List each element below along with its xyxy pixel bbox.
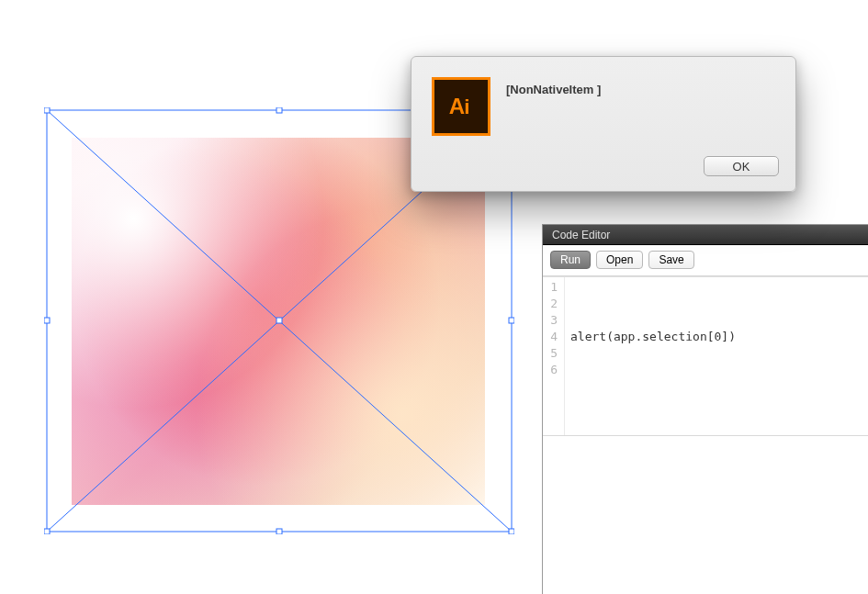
ok-button[interactable]: OK — [704, 156, 779, 176]
alert-dialog: A i [NonNativeItem ] OK — [411, 56, 796, 192]
code-editor-toolbar: Run Open Save — [543, 245, 868, 276]
line-number: 4 — [547, 329, 558, 345]
line-number: 2 — [547, 296, 558, 312]
line-number: 6 — [547, 362, 558, 378]
run-button[interactable]: Run — [550, 251, 591, 269]
code-line[interactable]: alert(app.selection[0]) — [570, 329, 862, 345]
svg-text:i: i — [464, 95, 469, 118]
svg-rect-6 — [44, 318, 50, 323]
svg-rect-4 — [276, 107, 282, 113]
line-number: 1 — [547, 279, 558, 296]
svg-rect-3 — [44, 107, 50, 113]
illustrator-app-icon: A i — [432, 77, 490, 136]
code-line[interactable] — [570, 296, 862, 312]
code-line[interactable] — [570, 279, 862, 296]
line-number: 3 — [547, 312, 558, 329]
code-line[interactable] — [570, 345, 862, 362]
line-gutter: 1 2 3 4 5 6 — [543, 277, 565, 435]
svg-rect-11 — [509, 529, 514, 534]
svg-text:A: A — [449, 94, 465, 118]
svg-rect-8 — [509, 318, 514, 323]
svg-rect-10 — [276, 529, 282, 534]
code-line[interactable] — [570, 362, 862, 378]
alert-message: [NonNativeItem ] — [506, 83, 601, 96]
save-button[interactable]: Save — [648, 251, 693, 269]
code-editor-panel: Code Editor Run Open Save 1 2 3 4 5 6 al… — [542, 224, 868, 594]
code-editor-lower-pane — [543, 436, 868, 594]
svg-rect-7 — [276, 318, 282, 323]
code-editor-title: Code Editor — [543, 225, 868, 245]
code-line[interactable] — [570, 312, 862, 329]
svg-rect-9 — [44, 529, 50, 534]
code-area[interactable]: 1 2 3 4 5 6 alert(app.selection[0]) — [543, 276, 868, 436]
open-button[interactable]: Open — [596, 251, 643, 269]
code-lines[interactable]: alert(app.selection[0]) — [565, 277, 868, 435]
line-number: 5 — [547, 345, 558, 362]
